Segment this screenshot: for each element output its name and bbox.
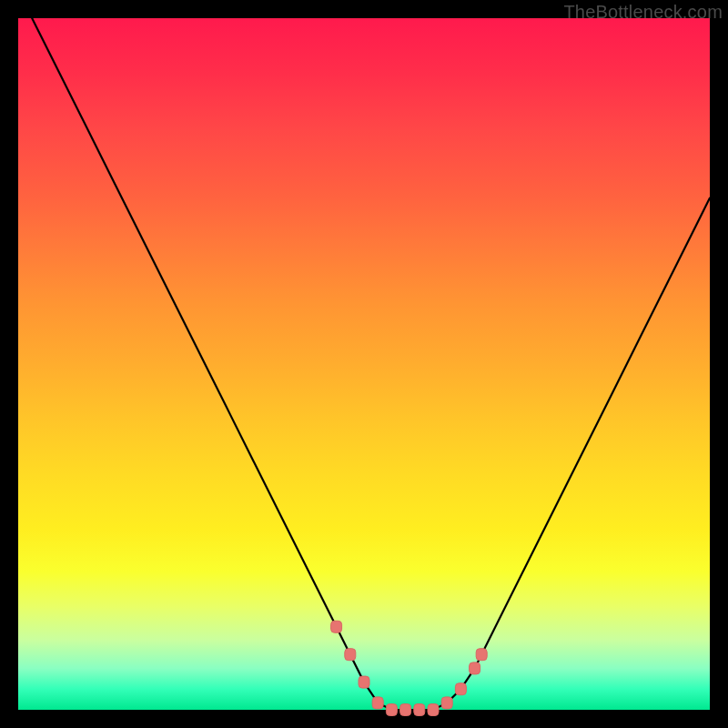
curve-marker bbox=[359, 676, 369, 688]
curve-marker bbox=[441, 697, 452, 709]
curve-marker bbox=[476, 649, 487, 661]
curve-marker bbox=[428, 704, 439, 716]
curve-marker bbox=[400, 704, 411, 716]
curve-marker bbox=[345, 649, 356, 661]
bottleneck-curve bbox=[18, 18, 710, 710]
curve-markers bbox=[331, 621, 488, 715]
curve-marker bbox=[331, 621, 342, 632]
curve-marker bbox=[470, 662, 480, 674]
curve-marker bbox=[372, 697, 383, 709]
curve-marker bbox=[386, 704, 397, 716]
chart-frame: TheBottleneck.com bbox=[0, 0, 728, 728]
curve-path bbox=[32, 18, 710, 710]
curve-marker bbox=[455, 683, 466, 695]
watermark-text: TheBottleneck.com bbox=[563, 2, 723, 23]
chart-plot-area bbox=[18, 18, 710, 710]
curve-marker bbox=[414, 704, 425, 716]
